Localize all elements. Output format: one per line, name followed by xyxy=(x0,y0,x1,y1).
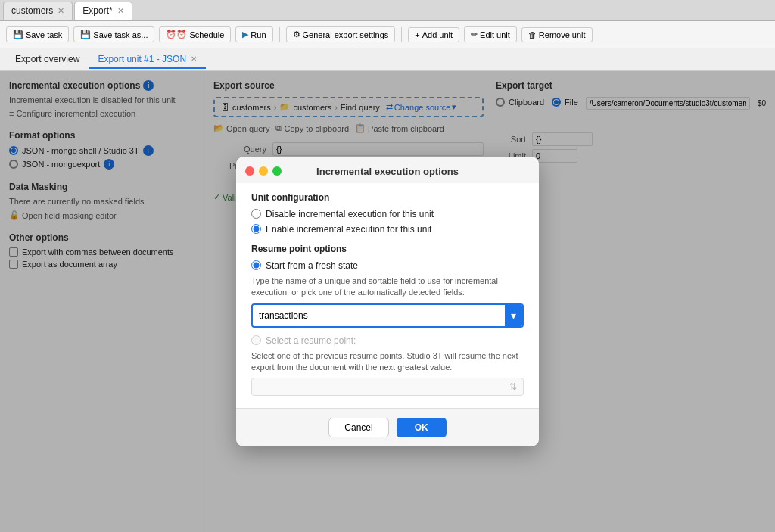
add-unit-button[interactable]: + Add unit xyxy=(408,27,459,42)
run-label: Run xyxy=(251,30,266,39)
modal-title: Incremental execution options xyxy=(316,166,459,177)
remove-unit-button[interactable]: 🗑 Remove unit xyxy=(521,27,593,42)
sub-tab-export-overview[interactable]: Export overview xyxy=(6,51,89,69)
tab-customers[interactable]: customers ✕ xyxy=(3,2,73,20)
tab-export-label: Export* xyxy=(82,5,112,16)
remove-unit-label: Remove unit xyxy=(539,30,586,39)
select-resume-point-option: Select a resume point: xyxy=(251,335,524,346)
schedule-button[interactable]: ⏰ Schedule xyxy=(159,26,231,42)
fresh-state-description: Type the name of a unique and sortable f… xyxy=(251,275,524,299)
gear-icon: ⚙ xyxy=(293,30,300,39)
schedule-label: Schedule xyxy=(189,30,224,39)
unit-config-title: Unit configuration xyxy=(251,192,524,203)
sub-tab-export-unit-label: Export unit #1 - JSON xyxy=(98,54,186,64)
sub-tab-bar: Export overview Export unit #1 - JSON ✕ xyxy=(0,48,775,71)
save-task-as-label: Save task as... xyxy=(93,30,148,39)
window-minimize-button[interactable] xyxy=(259,166,268,176)
save-task-button[interactable]: Save task xyxy=(6,26,69,42)
tab-bar: customers ✕ Export* ✕ xyxy=(0,0,775,21)
sub-tab-export-overview-label: Export overview xyxy=(15,54,79,64)
modal-overlay: Incremental execution options Unit confi… xyxy=(0,71,775,532)
window-maximize-button[interactable] xyxy=(272,166,282,176)
select-resume-radio[interactable] xyxy=(251,335,261,345)
enable-incremental-radio[interactable] xyxy=(251,224,261,234)
tab-customers-close[interactable]: ✕ xyxy=(58,6,64,16)
modal-footer: Cancel OK xyxy=(236,408,539,446)
save-task-label: Save task xyxy=(26,30,62,39)
toolbar-separator-1 xyxy=(279,27,280,42)
fresh-state-option[interactable]: Start from a fresh state xyxy=(251,260,524,271)
enable-incremental-option[interactable]: Enable incremental execution for this un… xyxy=(251,224,524,235)
incremental-options-modal: Incremental execution options Unit confi… xyxy=(236,157,539,447)
tab-export[interactable]: Export* ✕ xyxy=(74,2,132,20)
toolbar-separator-2 xyxy=(401,27,402,42)
chevron-up-down-icon: ⇅ xyxy=(509,381,517,392)
trash-icon: 🗑 xyxy=(528,30,537,39)
enable-incremental-label: Enable incremental execution for this un… xyxy=(266,224,431,235)
disable-incremental-label: Disable incremental execution for this u… xyxy=(266,209,434,219)
fresh-state-radio[interactable] xyxy=(251,260,261,270)
save-as-icon xyxy=(80,30,91,39)
disable-incremental-option[interactable]: Disable incremental execution for this u… xyxy=(251,209,524,219)
modal-body: Unit configuration Disable incremental e… xyxy=(236,183,539,409)
plus-icon: + xyxy=(415,30,419,39)
dropdown-toggle-button[interactable]: ▾ xyxy=(505,305,522,326)
schedule-icon: ⏰ xyxy=(166,30,187,39)
ok-button[interactable]: OK xyxy=(397,418,447,437)
run-button[interactable]: ▶ Run xyxy=(235,26,272,42)
edit-unit-label: Edit unit xyxy=(480,30,510,39)
modal-titlebar: Incremental execution options xyxy=(236,157,539,183)
sub-tab-export-unit-close[interactable]: ✕ xyxy=(191,54,197,63)
add-unit-label: Add unit xyxy=(422,30,453,39)
toolbar: Save task Save task as... ⏰ Schedule ▶ R… xyxy=(0,21,775,48)
window-controls xyxy=(245,166,282,176)
tab-export-close[interactable]: ✕ xyxy=(117,6,124,16)
disable-incremental-radio[interactable] xyxy=(251,209,261,219)
incremental-field-input[interactable] xyxy=(253,306,505,325)
edit-icon: ✏ xyxy=(471,30,478,39)
fresh-state-label: Start from a fresh state xyxy=(266,260,358,271)
general-export-settings-button[interactable]: ⚙ General export settings xyxy=(286,26,396,42)
edit-unit-button[interactable]: ✏ Edit unit xyxy=(464,26,517,42)
resume-point-title: Resume point options xyxy=(251,244,524,254)
cancel-button[interactable]: Cancel xyxy=(328,418,388,437)
incremental-field-dropdown[interactable]: ▾ xyxy=(251,303,524,328)
save-task-as-button[interactable]: Save task as... xyxy=(73,26,154,42)
sub-tab-export-unit[interactable]: Export unit #1 - JSON ✕ xyxy=(89,51,206,69)
tab-customers-label: customers xyxy=(11,5,53,16)
save-icon xyxy=(13,30,23,39)
run-icon: ▶ xyxy=(242,30,248,39)
general-export-settings-label: General export settings xyxy=(303,30,389,39)
main-content: Incremental execution options i Incremen… xyxy=(0,71,775,532)
select-resume-label: Select a resume point: xyxy=(266,335,356,346)
resume-point-select[interactable]: ⇅ xyxy=(251,378,524,396)
window-close-button[interactable] xyxy=(245,166,254,176)
select-resume-description: Select one of the previous resume points… xyxy=(251,350,524,374)
